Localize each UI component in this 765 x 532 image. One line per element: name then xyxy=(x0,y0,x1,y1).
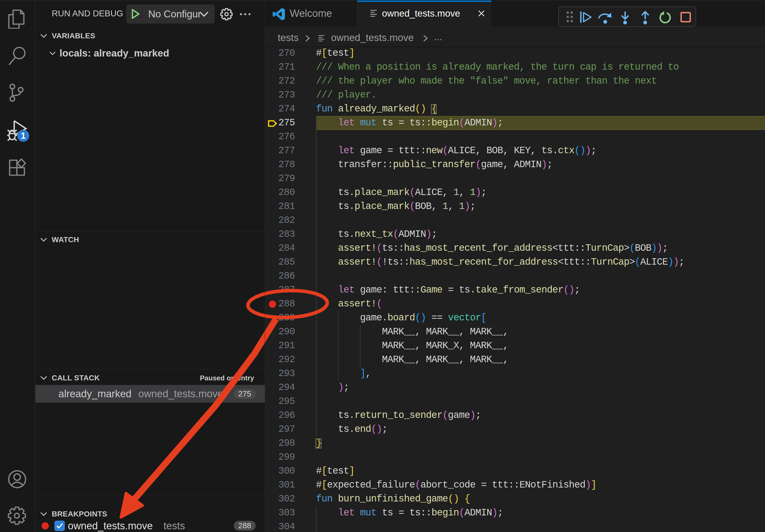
svg-text:1: 1 xyxy=(21,131,25,140)
